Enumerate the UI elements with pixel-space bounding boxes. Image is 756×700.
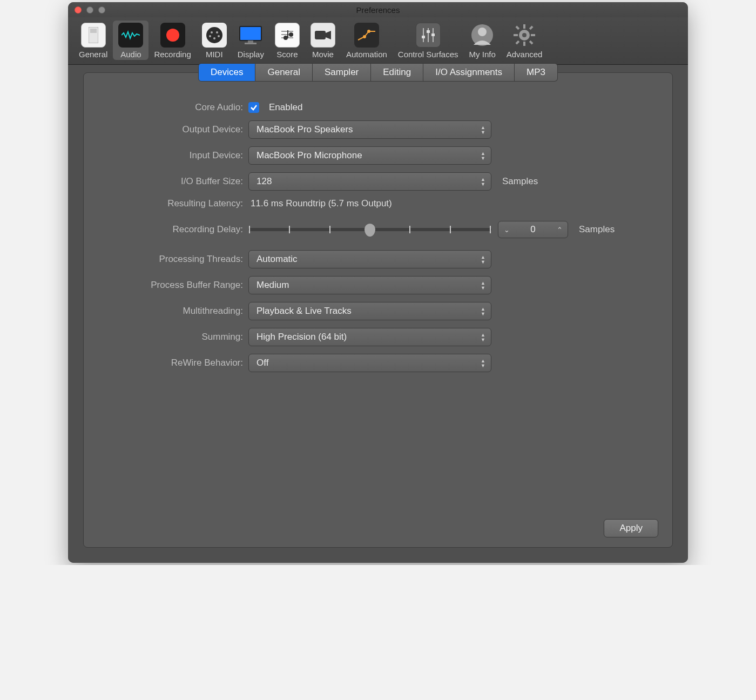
midi-icon	[202, 23, 227, 48]
svg-rect-32	[523, 24, 525, 29]
svg-point-6	[218, 35, 220, 37]
select-rewire[interactable]: Off ▲▼	[248, 354, 491, 372]
chevron-up-down-icon: ▲▼	[481, 177, 485, 186]
svg-point-16	[284, 36, 288, 40]
toolbar-item-advanced[interactable]: Advanced	[501, 21, 548, 60]
svg-rect-26	[427, 30, 430, 33]
camera-icon	[310, 23, 335, 48]
toolbar-item-general[interactable]: General	[73, 21, 113, 60]
svg-rect-9	[240, 26, 261, 41]
gear-icon	[512, 23, 537, 48]
select-input-device-value: MacBook Pro Microphone	[256, 150, 362, 161]
chevron-up-down-icon: ▲▼	[481, 125, 485, 134]
toolbar-item-audio[interactable]: Audio	[113, 21, 148, 60]
toolbar-item-automation[interactable]: Automation	[341, 21, 393, 60]
titlebar: Preferences	[68, 2, 688, 17]
svg-rect-39	[529, 41, 534, 45]
automation-icon	[354, 23, 379, 48]
label-rewire: ReWire Behavior:	[116, 358, 248, 368]
settings-panel: Devices General Sampler Editing I/O Assi…	[83, 72, 673, 548]
toolbar-item-recording[interactable]: Recording	[148, 21, 196, 60]
label-recording-delay: Recording Delay:	[116, 224, 248, 235]
slider-recording-delay[interactable]	[248, 228, 491, 231]
toolbar-item-score[interactable]: Score	[269, 21, 305, 60]
toolbar-item-control-surfaces[interactable]: Control Surfaces	[393, 21, 464, 60]
select-output-device[interactable]: MacBook Pro Speakers ▲▼	[248, 120, 491, 139]
label-input-device: Input Device:	[116, 150, 248, 161]
select-process-buffer-range-value: Medium	[256, 280, 289, 291]
chevron-up-icon[interactable]: ⌃	[551, 226, 568, 234]
select-output-device-value: MacBook Pro Speakers	[256, 124, 353, 135]
faders-icon	[416, 23, 441, 48]
chevron-up-down-icon: ▲▼	[481, 151, 485, 160]
select-process-buffer-range[interactable]: Medium ▲▼	[248, 276, 491, 294]
display-icon	[238, 23, 263, 48]
svg-point-22	[367, 30, 370, 33]
svg-rect-17	[287, 30, 288, 38]
toolbar-item-midi[interactable]: MIDI	[197, 21, 232, 60]
select-multithreading[interactable]: Playback & Live Tracks ▲▼	[248, 302, 491, 320]
toolbar-item-my-info[interactable]: My Info	[464, 21, 501, 60]
check-icon	[250, 104, 258, 111]
label-processing-threads: Processing Threads:	[116, 254, 248, 265]
svg-rect-38	[516, 41, 520, 45]
svg-point-7	[211, 31, 213, 33]
subtabs: Devices General Sampler Editing I/O Assi…	[84, 63, 672, 82]
toolbar-item-movie[interactable]: Movie	[305, 21, 341, 60]
svg-rect-11	[248, 41, 253, 43]
window-title: Preferences	[68, 5, 688, 15]
select-io-buffer-value: 128	[256, 176, 272, 187]
stepper-recording-delay[interactable]: ⌄ 0 ⌃	[498, 221, 568, 238]
svg-point-5	[213, 37, 215, 39]
svg-marker-20	[326, 31, 331, 39]
svg-point-8	[216, 31, 218, 33]
select-processing-threads-value: Automatic	[256, 254, 298, 265]
subtab-devices[interactable]: Devices	[198, 63, 255, 82]
form: Core Audio: Enabled Output Device: MacBo…	[84, 91, 672, 372]
label-io-buffer: I/O Buffer Size:	[116, 176, 248, 187]
chevron-up-down-icon: ▲▼	[481, 307, 485, 316]
svg-point-4	[209, 35, 211, 37]
svg-rect-35	[531, 34, 535, 36]
svg-point-3	[206, 27, 222, 43]
subtab-io-assignments[interactable]: I/O Assignments	[423, 63, 515, 82]
label-process-buffer-range: Process Buffer Range:	[116, 280, 248, 291]
chevron-up-down-icon: ▲▼	[481, 333, 485, 342]
svg-point-21	[363, 35, 366, 38]
waveform-icon	[118, 23, 143, 48]
select-io-buffer[interactable]: 128 ▲▼	[248, 172, 491, 191]
select-input-device[interactable]: MacBook Pro Microphone ▲▼	[248, 146, 491, 165]
svg-rect-36	[516, 25, 520, 30]
preferences-window: Preferences General Audio Recording MID	[68, 2, 688, 563]
select-summing[interactable]: High Precision (64 bit) ▲▼	[248, 328, 491, 346]
select-processing-threads[interactable]: Automatic ▲▼	[248, 250, 491, 268]
main-toolbar: General Audio Recording MIDI Display	[68, 17, 688, 65]
checkbox-core-audio[interactable]	[248, 102, 259, 113]
label-summing: Summing:	[116, 332, 248, 342]
chevron-down-icon[interactable]: ⌄	[498, 226, 515, 234]
checkbox-core-audio-text: Enabled	[269, 102, 302, 113]
svg-rect-33	[523, 42, 525, 46]
switch-icon	[81, 23, 106, 48]
subtab-editing[interactable]: Editing	[371, 63, 423, 82]
select-summing-value: High Precision (64 bit)	[256, 332, 347, 342]
svg-rect-1	[90, 29, 97, 33]
svg-rect-24	[422, 36, 425, 38]
apply-button[interactable]: Apply	[604, 519, 658, 537]
svg-rect-37	[529, 25, 534, 30]
value-latency: 11.6 ms Roundtrip (5.7 ms Output)	[248, 198, 392, 209]
svg-point-2	[166, 29, 179, 42]
svg-point-18	[289, 32, 293, 37]
score-icon	[275, 23, 300, 48]
toolbar-item-display[interactable]: Display	[232, 21, 269, 60]
chevron-up-down-icon: ▲▼	[481, 281, 485, 290]
subtab-general[interactable]: General	[255, 63, 312, 82]
svg-rect-12	[245, 43, 256, 44]
select-rewire-value: Off	[256, 358, 268, 368]
subtab-sampler[interactable]: Sampler	[313, 63, 371, 82]
select-multithreading-value: Playback & Live Tracks	[256, 306, 352, 317]
svg-point-40	[522, 33, 526, 37]
slider-thumb[interactable]	[364, 224, 375, 237]
subtab-mp3[interactable]: MP3	[515, 63, 558, 82]
content-area: Devices General Sampler Editing I/O Assi…	[68, 65, 688, 563]
